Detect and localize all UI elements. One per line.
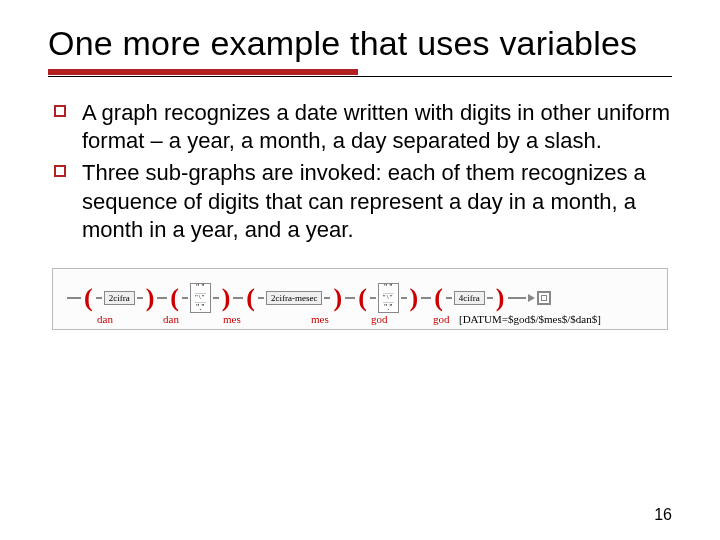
page-number: 16 bbox=[654, 506, 672, 524]
terminal-node-icon bbox=[537, 291, 551, 305]
open-brace-icon: ( bbox=[83, 290, 94, 306]
segment-label: mes bbox=[223, 313, 281, 325]
close-brace-icon: ) bbox=[332, 290, 343, 306]
alt-node: " " "\" "." bbox=[190, 283, 211, 313]
bullet-square-icon bbox=[54, 165, 66, 177]
segment-label: god bbox=[371, 313, 409, 325]
open-brace-icon: ( bbox=[169, 290, 180, 306]
arrow-icon bbox=[528, 294, 535, 302]
segment-label: dan bbox=[97, 313, 135, 325]
subgraph-node: 2cifra-mesec bbox=[266, 291, 322, 305]
bullet-list: A graph recognizes a date written with d… bbox=[48, 99, 672, 244]
final-label: god bbox=[433, 313, 457, 325]
bullet-item: A graph recognizes a date written with d… bbox=[48, 99, 672, 155]
open-brace-icon: ( bbox=[357, 290, 368, 306]
output-expression: [DATUM=$god$/$mes$/$dan$] bbox=[459, 313, 601, 325]
close-brace-icon: ) bbox=[145, 290, 156, 306]
subgraph-node: 2cifra bbox=[104, 291, 135, 305]
diagram-rail: ( 2cifra ) ( " " "\" "." ) ( 2cifra-mese… bbox=[67, 283, 653, 313]
segment-label: mes bbox=[311, 313, 341, 325]
close-brace-icon: ) bbox=[409, 290, 420, 306]
open-brace-icon: ( bbox=[245, 290, 256, 306]
close-brace-icon: ) bbox=[495, 290, 506, 306]
alt-node: " " "\" "." bbox=[378, 283, 399, 313]
close-brace-icon: ) bbox=[221, 290, 232, 306]
bullet-text: A graph recognizes a date written with d… bbox=[82, 100, 670, 153]
subgraph-node: 4cifra bbox=[454, 291, 485, 305]
open-brace-icon: ( bbox=[433, 290, 444, 306]
segment-label: dan bbox=[163, 313, 193, 325]
grammar-diagram: ( 2cifra ) ( " " "\" "." ) ( 2cifra-mese… bbox=[52, 268, 668, 330]
diagram-labels: dan dan mes mes god god [DATUM=$god$/$me… bbox=[67, 313, 653, 325]
bullet-item: Three sub-graphs are invoked: each of th… bbox=[48, 159, 672, 243]
bullet-square-icon bbox=[54, 105, 66, 117]
title-rule bbox=[48, 69, 672, 77]
bullet-text: Three sub-graphs are invoked: each of th… bbox=[82, 160, 646, 241]
slide-title: One more example that uses variables bbox=[48, 24, 672, 63]
